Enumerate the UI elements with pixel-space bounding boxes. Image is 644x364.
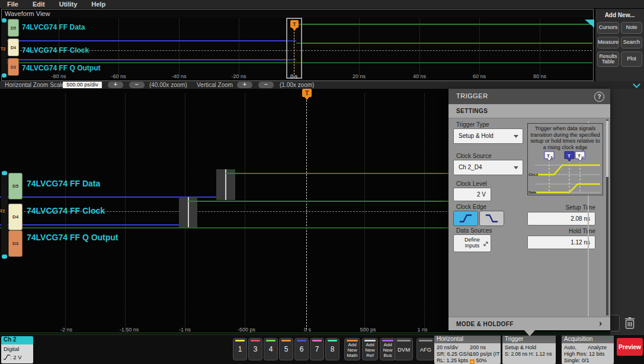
- channel-2-name: Ch 2: [1, 336, 33, 344]
- add-new-ref-button[interactable]: Add New Ref: [362, 338, 378, 360]
- channel-badge-d4[interactable]: D4: [8, 204, 23, 230]
- group-cap-top: [2, 171, 7, 175]
- math-color-stripe: [347, 340, 358, 342]
- channel-badge-d3[interactable]: D3: [8, 230, 23, 257]
- gridline: [424, 94, 425, 330]
- add-note-button[interactable]: Note: [621, 22, 642, 34]
- add-cursors-button[interactable]: Cursors: [597, 22, 619, 34]
- menu-help[interactable]: Help: [91, 1, 105, 8]
- channel-label-qoutput[interactable]: 74LVCG74 FF Q Output: [22, 64, 100, 72]
- setup-hold-diagram: Clock Data TS T TH: [528, 151, 603, 195]
- define-inputs-button[interactable]: Define Inputs: [453, 234, 491, 252]
- add-search-button[interactable]: Search: [621, 37, 642, 49]
- scrollbar-thumb[interactable]: [606, 121, 608, 177]
- trigger-badge[interactable]: Trigger Setup & Hold S: 2.08 ns H: 1.12 …: [502, 336, 556, 364]
- data-waveform-high: [296, 24, 592, 25]
- clock-edge-label: Clock Edge: [456, 204, 486, 210]
- horizontal-position: u 50%: [470, 357, 487, 364]
- channel-badge-d5[interactable]: D5: [8, 173, 23, 199]
- svg-text:T: T: [547, 153, 550, 159]
- trigger-position-line: [294, 29, 294, 78]
- threshold-edge-icon: [4, 355, 10, 360]
- channel-color-stripe: [281, 340, 291, 342]
- channel-2-badge[interactable]: Ch 2 Digital : 2 V: [1, 336, 33, 363]
- clock-level-input[interactable]: 2 V: [453, 188, 491, 201]
- horizontal-badge[interactable]: Horizontal 20 ns/div 200 ns SR: 6.25 GS/…: [434, 336, 501, 364]
- channel-label-clock[interactable]: 74LVCG74 FF Clock: [22, 46, 89, 54]
- channel-7-button[interactable]: 7: [310, 338, 324, 360]
- add-plot-button[interactable]: Plot: [621, 51, 642, 67]
- trigger-flag-icon[interactable]: T: [302, 89, 312, 97]
- trigger-source-marker: T2: [0, 209, 5, 213]
- hzoom-plus-button[interactable]: +: [108, 82, 123, 88]
- hzoom-scale-input[interactable]: 500.00 ps/div: [63, 82, 102, 88]
- menu-file[interactable]: File: [7, 1, 18, 8]
- tekscope-app: File Edit Utility Help Add New... Cursor…: [0, 0, 644, 364]
- trash-icon[interactable]: [622, 315, 637, 330]
- horizontal-record-length: RL: 1.25 kpts: [437, 357, 468, 363]
- setup-time-label: Setup Time: [527, 204, 595, 211]
- channel-badge-d4[interactable]: D4: [8, 38, 19, 56]
- vzoom-minus-button[interactable]: −: [258, 82, 274, 88]
- collapse-chevron-icon[interactable]: [633, 80, 640, 88]
- channel-badge-d5[interactable]: D5: [8, 19, 19, 37]
- gridline: [540, 18, 540, 76]
- clock-level-label: Clock Level: [456, 181, 487, 187]
- channel-label-qoutput[interactable]: 74LVCG74 FF Q Output: [27, 233, 118, 242]
- trigger-panel-header: TRIGGER ?: [448, 89, 610, 104]
- gridline: [245, 94, 245, 330]
- trigger-type-dropdown[interactable]: Setup & Hold: [453, 128, 523, 144]
- position-pip-icon: u: [470, 359, 475, 364]
- diagram-clock-wave: [535, 165, 600, 175]
- menu-utility[interactable]: Utility: [59, 1, 78, 8]
- channel-8-button[interactable]: 8: [325, 338, 339, 360]
- vzoom-plus-button[interactable]: +: [237, 82, 252, 88]
- channel-1-button[interactable]: 1: [233, 338, 247, 360]
- gridline: [359, 18, 360, 76]
- trigger-description-box: Trigger when data signals transition dur…: [527, 123, 603, 195]
- setup-time-input[interactable]: 2.08 ns: [527, 212, 595, 226]
- acquisition-badge[interactable]: Acquisition Auto, Analyze High Res: 12 b…: [562, 336, 614, 364]
- hzoom-minus-button[interactable]: −: [129, 82, 145, 88]
- channel-3-button[interactable]: 3: [248, 338, 262, 360]
- dvm-button[interactable]: DVM: [395, 338, 413, 360]
- channel-color-stripe: [251, 340, 260, 342]
- channel-badge-d3[interactable]: D3: [8, 58, 19, 76]
- channel-label-data[interactable]: 74LVCG74 FF Data: [27, 179, 100, 188]
- trigger-flag-icon[interactable]: T: [290, 20, 299, 28]
- channel-5-button[interactable]: 5: [279, 338, 293, 360]
- mode-holdoff-section[interactable]: MODE & HOLDOFF ›: [448, 317, 610, 330]
- axis-tick: 1 ns: [403, 327, 441, 333]
- trigger-position-line: [306, 100, 307, 330]
- channel-label-clock[interactable]: 74LVCG74 FF Clock: [27, 206, 105, 215]
- add-new-bus-button[interactable]: Add New Bus: [380, 338, 396, 360]
- channel-4-button[interactable]: 4: [264, 338, 278, 360]
- zoom-box-overlay[interactable]: T: [286, 18, 302, 79]
- trigger-times-text: S: 2.08 ns H: 1.12 ns: [505, 351, 552, 357]
- tab-settings[interactable]: SETTINGS: [456, 108, 488, 114]
- clock-source-value: Ch 2_D4: [459, 164, 482, 170]
- bus-color-stripe: [382, 340, 393, 342]
- menu-edit[interactable]: Edit: [33, 1, 45, 8]
- afg-button[interactable]: AFG: [416, 338, 435, 360]
- channel-label-data[interactable]: 74LVCG74 FF Data: [22, 23, 85, 31]
- preview-button[interactable]: Preview: [617, 338, 643, 356]
- rising-edge-button[interactable]: [453, 211, 478, 226]
- horizontal-scale: 20 ns/div: [437, 344, 458, 350]
- add-results-table-button[interactable]: Results Table: [597, 51, 619, 67]
- hold-time-input[interactable]: 1.12 ns: [527, 236, 595, 249]
- trigger-panel-title: TRIGGER: [456, 92, 488, 99]
- channel-6-button[interactable]: 6: [294, 338, 309, 360]
- falling-edge-button[interactable]: [479, 211, 504, 226]
- channel-group-handle[interactable]: [1, 170, 8, 259]
- trigger-source-marker: T2: [1, 47, 5, 51]
- clock-source-dropdown[interactable]: Ch 2_D4: [453, 160, 523, 175]
- panel-callout-tail: [524, 330, 535, 336]
- rising-edge-icon: [457, 212, 475, 225]
- add-new-math-button[interactable]: Add New Math: [344, 338, 360, 360]
- menu-bar: File Edit Utility Help: [0, 0, 644, 8]
- channel-2-info: Digital : 2 V: [1, 344, 33, 363]
- dvm-stripe: [397, 340, 411, 342]
- help-icon[interactable]: ?: [594, 92, 604, 102]
- add-measure-button[interactable]: Measure: [597, 37, 619, 49]
